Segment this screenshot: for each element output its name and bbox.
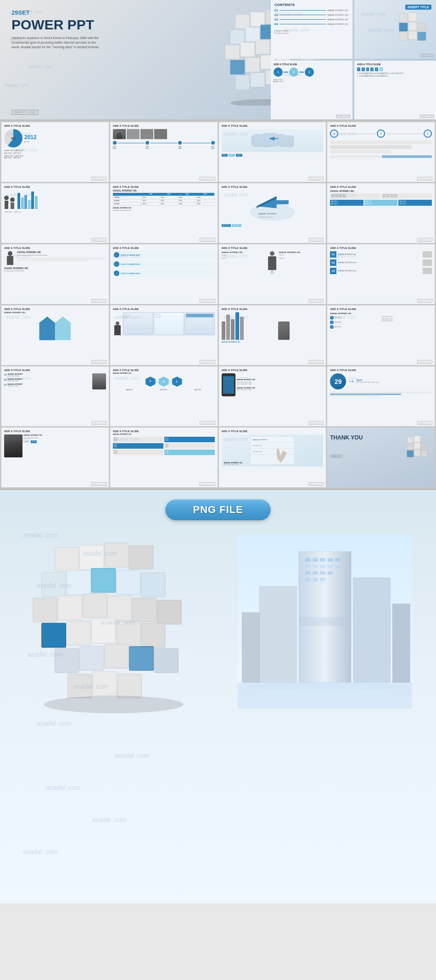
slide-21-title: ADD A TITLE SLIDE: [4, 430, 106, 433]
slide-20-title: ADD A TITLE SLIDE: [330, 369, 432, 372]
svg-text:ASADAL INTERNET: ASADAL INTERNET: [258, 213, 277, 215]
hero-left-panel: asadal .com asadal .com asadal .com asad…: [0, 0, 165, 119]
slide-8-title: ADD A TITLE SLIDE: [330, 186, 432, 188]
svg-rect-30: [418, 23, 426, 31]
insert-logo-5: INSERT LOGO: [91, 238, 106, 242]
insert-logo-8: INSERT LOGO: [417, 238, 432, 242]
svg-rect-11: [256, 40, 270, 54]
svg-rect-27: [408, 13, 417, 21]
insert-logo-12: INSERT LOGO: [417, 299, 432, 303]
insert-logo-3: INSERT LOGO: [308, 177, 324, 180]
slide-thumb-data-table[interactable]: asadal .com ADD A TITLE SLIDE ASADAL INT…: [110, 183, 218, 243]
slide-thumb-presenter[interactable]: asadal .com ADD A TITLE SLIDE TEXT TEXTT…: [110, 305, 218, 365]
svg-rect-29: [408, 22, 417, 30]
svg-rect-103: [242, 613, 259, 682]
hero-description: Started its business in Seoul Korea in F…: [11, 36, 103, 49]
insert-logo-19: INSERT LOGO: [308, 421, 324, 425]
svg-rect-93: [335, 565, 340, 569]
svg-rect-74: [79, 647, 103, 670]
svg-rect-0: [235, 15, 250, 29]
slide-3-title: ADD A TITLE SLIDE: [222, 124, 324, 127]
svg-rect-79: [93, 672, 117, 696]
insert-title-slide-thumb: asadal .com asadal .com INSERT TITLE: [354, 0, 436, 59]
svg-rect-1: [251, 12, 265, 27]
svg-rect-99: [313, 578, 318, 581]
svg-rect-52: [421, 451, 427, 457]
slide-thumb-numbered-images[interactable]: asadal .com ADD A TITLE SLIDE 01 ASADAL …: [327, 244, 435, 304]
svg-rect-68: [42, 623, 66, 647]
slide-thumb-num-photo[interactable]: asadal .com ADD A TITLE SLIDE 01 ASADAL …: [1, 366, 109, 426]
svg-rect-55: [104, 543, 128, 567]
slide-thumb-3d-bars[interactable]: asadal .com ADD A TITLE SLIDE: [219, 305, 326, 365]
svg-rect-67: [157, 600, 181, 624]
insert-logo-4: INSERT LOGO: [417, 177, 432, 180]
slide-thumb-circle-steps[interactable]: asadal .com ADD A TITLE SLIDE 1 2 3: [327, 122, 435, 182]
insert-logo-14: INSERT LOGO: [200, 360, 215, 364]
svg-rect-73: [55, 648, 78, 672]
slide-thumb-bar-chart[interactable]: asadal .com ADD A TITLE SLIDE: [1, 183, 109, 243]
svg-rect-20: [235, 75, 250, 90]
slide-thumb-arrow-up[interactable]: asadal .com ADD A TITLE SLIDE ASADAL INT…: [1, 305, 109, 365]
steps-slide-thumb: asadal .com ADD A TITLE SLIDE 1 2 3 ▶ AD…: [271, 61, 352, 119]
svg-rect-51: [414, 450, 420, 456]
slide-16-title: ADD A TITLE SLIDE: [330, 308, 432, 310]
contents-title: CONTENTS: [274, 3, 349, 7]
slide-thumb-circle-chart[interactable]: asadal .com asadal .com ADD A TITLE SLID…: [1, 122, 109, 182]
svg-rect-46: [414, 436, 420, 442]
svg-rect-64: [83, 594, 106, 618]
slides-row-4: asadal .com ADD A TITLE SLIDE ASADAL INT…: [0, 305, 436, 366]
slide-thumb-text-boxes[interactable]: asadal .com ADD A TITLE SLIDE ASADAL INT…: [327, 183, 435, 243]
slide-thumb-world-map[interactable]: asadal .com ADD A TITLE SLIDE TEXT TEXT …: [219, 122, 326, 182]
slide-thumb-number-arrow[interactable]: asadal .com ADD A TITLE SLIDE 29 → TEXT …: [327, 366, 435, 426]
svg-text:Text description here: Text description here: [258, 216, 273, 218]
slide-thumb-team-timeline[interactable]: asadal .com ADD A TITLE SLIDE: [110, 122, 218, 182]
svg-rect-5: [246, 28, 260, 42]
slide-thumb-3d-arrow[interactable]: asadal .com ADD A TITLE SLIDE ASADAL INT…: [219, 183, 326, 243]
insert-logo-16: INSERT LOGO: [417, 360, 432, 364]
hero-section: asadal .com asadal .com asadal .com asad…: [0, 0, 436, 119]
slide-thumb-device-mockup[interactable]: asadal .com ADD A TITLE SLIDE ASADAL INT…: [219, 366, 326, 426]
svg-rect-47: [407, 444, 414, 450]
slide-18-title: ADD A TITLE SLIDE: [113, 369, 215, 372]
svg-rect-60: [116, 570, 140, 594]
insert-logo-21: INSERT LOGO: [91, 482, 106, 486]
svg-rect-88: [335, 558, 340, 562]
insert-logo-9: INSERT LOGO: [91, 299, 106, 303]
slide-thumb-hexagons[interactable]: asadal .com ADD A TITLE SLIDE ASADAL INT…: [110, 366, 218, 426]
slide-12-title: ADD A TITLE SLIDE: [330, 247, 432, 249]
hero-insert-logo: INSERT LOGO: [11, 110, 38, 115]
svg-rect-106: [299, 617, 351, 626]
slide-22-title: ADD A TITLE SLIDE: [113, 430, 215, 433]
insert-logo-6: INSERT LOGO: [200, 238, 215, 242]
slide-1-title: ADD A TITLE SLIDE: [4, 124, 106, 127]
svg-rect-76: [129, 647, 153, 670]
svg-rect-72: [141, 623, 165, 647]
slide-7-title: ADD A TITLE SLIDE: [222, 186, 324, 188]
slide-19-title: ADD A TITLE SLIDE: [222, 369, 324, 372]
svg-rect-85: [313, 558, 318, 562]
svg-point-81: [44, 696, 183, 713]
slide-thumb-meeting[interactable]: asadal .com ADD A TITLE SLIDE ASADAL INT…: [1, 428, 109, 487]
slide-thumb-hand-touch[interactable]: asadal .com ADD A TITLE SLIDE: [219, 428, 326, 487]
svg-rect-78: [68, 674, 92, 698]
slide-thumb-grid-boxes[interactable]: asadal .com ADD A TITLE SLIDE ASADAL INT…: [110, 428, 218, 487]
svg-rect-56: [129, 545, 153, 569]
svg-rect-28: [399, 23, 408, 31]
svg-rect-63: [58, 596, 82, 620]
slide-13-title: ADD A TITLE SLIDE: [4, 308, 106, 310]
slide-thumb-person-full[interactable]: asadal .com ADD A TITLE SLIDE ASADAL INT…: [219, 244, 326, 304]
slide-thumb-person-text[interactable]: asadal .com ADD A TITLE SLIDE ASADAL INT…: [1, 244, 109, 304]
svg-rect-21: [251, 73, 265, 87]
svg-rect-10: [240, 43, 255, 57]
svg-rect-57: [42, 573, 66, 597]
png-building-asset: [238, 534, 412, 709]
slide-thumb-thank-you[interactable]: asadal .com THANK YOU IN: [327, 428, 435, 487]
slide-10-title: ADD A TITLE SLIDE: [113, 247, 215, 249]
slide-thumb-click-list[interactable]: asadal .com ADD A TITLE SLIDE → CLICK TO…: [110, 244, 218, 304]
svg-rect-71: [116, 621, 140, 645]
circle-chart: 60%: [4, 129, 22, 147]
svg-rect-100: [320, 578, 325, 581]
slide-thumb-text-numbers[interactable]: asadal .com ADD A TITLE SLIDE ASADAL INT…: [327, 305, 435, 365]
svg-rect-102: [353, 578, 390, 682]
insert-logo-20: INSERT LOGO: [417, 421, 432, 425]
